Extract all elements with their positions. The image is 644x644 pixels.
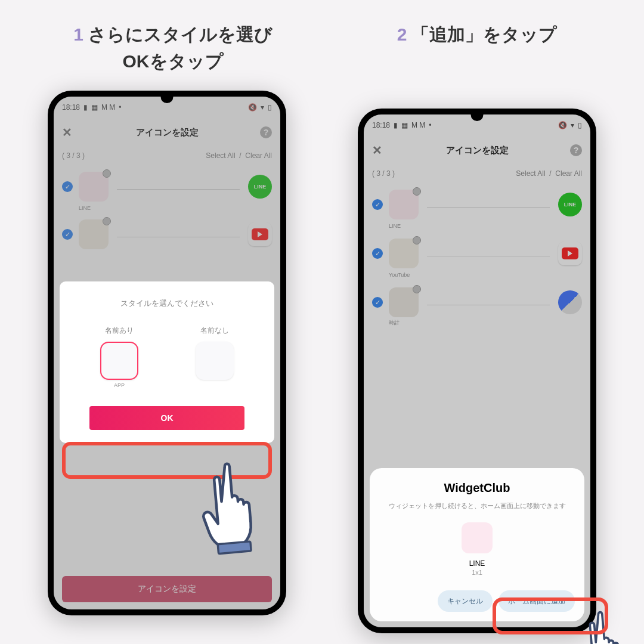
style-option-noname[interactable]: 名前なし <box>196 326 234 388</box>
widget-preview-size: 1x1 <box>379 569 575 576</box>
camera-notch <box>161 91 174 103</box>
step1-text: さらにスタイルを選びOKをタップ <box>88 24 273 71</box>
modal-title: スタイルを選んでください <box>72 298 262 309</box>
widget-preview-name: LINE <box>379 559 575 568</box>
style-option-label: 名前あり <box>100 326 138 336</box>
sheet-title: WidgetClub <box>379 481 575 495</box>
style-option-label: 名前なし <box>196 326 234 336</box>
style-select-modal: スタイルを選んでください 名前あり APP 名前なし OK <box>60 281 274 443</box>
phone-2: 18:18 ▮ ▦ M M • 🔇 ▾ ▯ ✕ アイコンを設定 ? ( 3 / … <box>358 109 596 633</box>
step2-number: 2 <box>397 24 407 44</box>
style-preview-icon <box>196 342 234 380</box>
phone2-screen: 18:18 ▮ ▦ M M • 🔇 ▾ ▯ ✕ アイコンを設定 ? ( 3 / … <box>364 114 590 627</box>
svg-rect-0 <box>218 541 251 554</box>
style-option-withname[interactable]: 名前あり APP <box>100 326 138 388</box>
step1-caption: 1さらにスタイルを選びOKをタップ <box>54 21 292 75</box>
step2-text: 「追加」をタップ <box>411 24 557 44</box>
widget-preview-icon <box>462 522 493 553</box>
style-preview-icon <box>100 342 138 380</box>
highlight-box <box>493 597 608 634</box>
ok-button[interactable]: OK <box>89 406 244 430</box>
step2-caption: 2「追加」をタップ <box>358 21 596 48</box>
pointer-hand-icon <box>193 456 284 561</box>
sheet-description: ウィジェットを押し続けると、ホーム画面上に移動できます <box>379 501 575 511</box>
camera-notch <box>471 109 484 121</box>
step1-number: 1 <box>73 24 83 44</box>
style-app-caption: APP <box>100 382 138 388</box>
cancel-button[interactable]: キャンセル <box>438 590 493 612</box>
